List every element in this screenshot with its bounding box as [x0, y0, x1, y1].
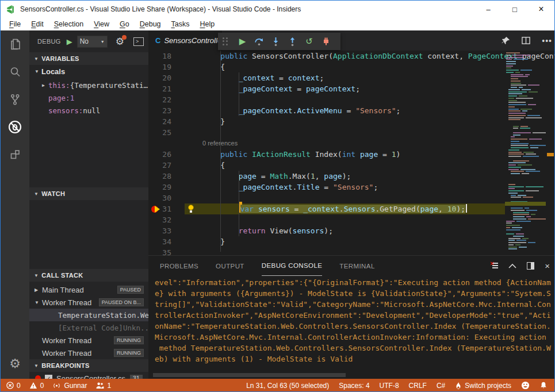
- chevron-down-icon: ▼: [101, 40, 105, 44]
- explorer-icon[interactable]: [1, 30, 29, 58]
- panel-tab-output[interactable]: OUTPUT: [216, 256, 244, 276]
- code-line[interactable]: 24 }: [148, 116, 555, 127]
- breakpoint-row[interactable]: ✓SensorsController.cs31: [29, 372, 148, 379]
- console-line: method TemperatureStation.Web.Controller…: [155, 343, 553, 353]
- breakpoints-section-header[interactable]: ▼ BREAKPOINTS: [29, 359, 148, 372]
- extensions-icon[interactable]: [1, 141, 29, 168]
- code-editor[interactable]: 18 public SensorsController(ApplicationD…: [148, 51, 555, 255]
- line-number: 32: [148, 214, 171, 225]
- code-line[interactable]: 33 return View(sensors);: [148, 225, 555, 236]
- more-actions-icon[interactable]: •••: [542, 36, 552, 45]
- minimize-button[interactable]: –: [475, 1, 502, 18]
- disconnect-icon[interactable]: [317, 33, 334, 50]
- project-switcher[interactable]: Switch projects: [455, 382, 511, 390]
- callstack-section-header[interactable]: ▼ CALL STACK: [29, 269, 148, 282]
- code-line[interactable]: 22: [148, 94, 555, 105]
- indentation-setting[interactable]: Spaces: 4: [339, 382, 369, 390]
- code-line[interactable]: 23 _pageContext.ActiveMenu = "Sensors";: [148, 105, 555, 116]
- variables-section-header[interactable]: ▼ VARIABLES: [29, 52, 148, 65]
- source-control-icon[interactable]: [1, 86, 29, 113]
- eol-setting[interactable]: CRLF: [409, 382, 427, 390]
- stack-frame-row[interactable]: [External Code]Unkn...: [29, 321, 148, 334]
- menu-tasks[interactable]: Tasks: [166, 20, 195, 28]
- line-number: 26: [148, 149, 171, 160]
- code-line[interactable]: 32: [148, 214, 555, 225]
- warnings-indicator[interactable]: 0: [29, 382, 44, 390]
- configure-gear-icon[interactable]: ⚙: [116, 36, 124, 48]
- code-line[interactable]: 21 _pageContext = pageContext;: [148, 83, 555, 94]
- search-icon[interactable]: [1, 58, 29, 86]
- menu-file[interactable]: File: [4, 20, 26, 28]
- editor-tab-bar: C SensorsControlle ••• ▶: [148, 30, 555, 51]
- step-into-icon[interactable]: [267, 33, 284, 50]
- code-line[interactable]: 19 {: [148, 62, 555, 72]
- thread-row[interactable]: ▶Main ThreadPAUSED: [29, 283, 148, 296]
- panel-tab-terminal[interactable]: TERMINAL: [339, 256, 374, 276]
- thread-state-badge: RUNNING: [114, 349, 144, 357]
- stack-frame-row[interactable]: TemperatureStation.Web.C: [29, 309, 148, 321]
- variable-row[interactable]: page: 1: [29, 91, 148, 104]
- variables-title: VARIABLES: [41, 55, 79, 62]
- language-mode[interactable]: C#: [437, 382, 445, 390]
- code-line[interactable]: 34 }: [148, 236, 555, 247]
- breakpoint-checkbox[interactable]: ✓: [45, 375, 52, 379]
- liveshare-session[interactable]: Gunnar: [52, 382, 87, 390]
- drag-handle-icon[interactable]: [223, 37, 231, 45]
- menu-view[interactable]: View: [89, 20, 114, 28]
- horizontal-scrollbar[interactable]: [153, 373, 346, 377]
- lightbulb-icon[interactable]: [186, 203, 196, 214]
- step-over-icon[interactable]: [251, 33, 267, 50]
- tab-sensorscontroller[interactable]: C SensorsControlle: [148, 30, 222, 51]
- code-line[interactable]: 25: [148, 127, 555, 138]
- variables-scope[interactable]: ▼Locals: [29, 65, 148, 78]
- code-line[interactable]: 29 _pageContext.Title = "Sensors";: [148, 182, 555, 193]
- panel-tab-debug-console[interactable]: DEBUG CONSOLE: [262, 256, 323, 276]
- start-debug-icon[interactable]: ▶: [67, 37, 72, 46]
- thread-row[interactable]: Worker ThreadRUNNING: [29, 334, 148, 347]
- cursor-position[interactable]: Ln 31, Col 63 (50 selected): [246, 382, 329, 390]
- maximize-panel-icon[interactable]: [508, 263, 516, 268]
- menu-debug[interactable]: Debug: [135, 20, 166, 28]
- minimap[interactable]: [505, 51, 546, 255]
- line-number: 34: [148, 236, 171, 247]
- code-line[interactable]: 27 {: [148, 160, 555, 171]
- overview-ruler[interactable]: [546, 51, 555, 255]
- thread-row[interactable]: ▼Worker ThreadPAUSED ON B...: [29, 296, 148, 309]
- panel-position-icon[interactable]: [527, 262, 534, 270]
- watch-section-header[interactable]: ▼ WATCH: [29, 187, 148, 200]
- pin-icon[interactable]: [502, 36, 510, 45]
- errors-indicator[interactable]: 0: [6, 382, 21, 390]
- split-editor-icon[interactable]: [522, 36, 530, 45]
- code-line[interactable]: 26 public IActionResult Index(int page =…: [148, 149, 555, 160]
- settings-gear-icon[interactable]: ⚙: [1, 352, 29, 375]
- code-line[interactable]: 30: [148, 193, 555, 203]
- thread-row[interactable]: Worker ThreadRUNNING: [29, 347, 148, 359]
- menu-selection[interactable]: Selection: [49, 20, 89, 28]
- debug-icon[interactable]: [1, 113, 29, 141]
- maximize-button[interactable]: □: [502, 1, 528, 18]
- debug-config-dropdown[interactable]: No ▼: [77, 36, 108, 48]
- panel-tab-problems[interactable]: PROBLEMS: [160, 256, 198, 276]
- step-out-icon[interactable]: [284, 33, 301, 50]
- menu-help[interactable]: Help: [195, 20, 220, 28]
- code-line[interactable]: 18 public SensorsController(ApplicationD…: [148, 51, 555, 62]
- notifications-bell-icon[interactable]: [539, 381, 548, 390]
- feedback-smiley-icon[interactable]: [521, 381, 530, 390]
- code-line[interactable]: 20 _context = context;: [148, 72, 555, 83]
- code-line[interactable]: 31 var sensors = _context.Sensors.GetPag…: [148, 203, 555, 214]
- menu-edit[interactable]: Edit: [26, 20, 49, 28]
- clear-console-icon[interactable]: ✕: [489, 262, 498, 270]
- debug-console-toggle-icon[interactable]: >: [133, 37, 144, 46]
- close-panel-icon[interactable]: ×: [545, 261, 550, 271]
- menu-go[interactable]: Go: [114, 20, 135, 28]
- code-line[interactable]: 35: [148, 247, 555, 255]
- code-line[interactable]: 28 page = Math.Max(1, page);: [148, 171, 555, 182]
- continue-icon[interactable]: ▶: [234, 33, 251, 50]
- participants-indicator[interactable]: 1: [95, 382, 111, 390]
- line-number: 22: [148, 94, 171, 105]
- encoding-setting[interactable]: UTF-8: [380, 382, 399, 390]
- variable-row[interactable]: sensors: null: [29, 104, 148, 117]
- restart-icon[interactable]: ↺: [301, 33, 317, 50]
- variable-row[interactable]: ▶this: {TemperatureStati…: [29, 79, 148, 91]
- close-button[interactable]: ×: [528, 1, 554, 18]
